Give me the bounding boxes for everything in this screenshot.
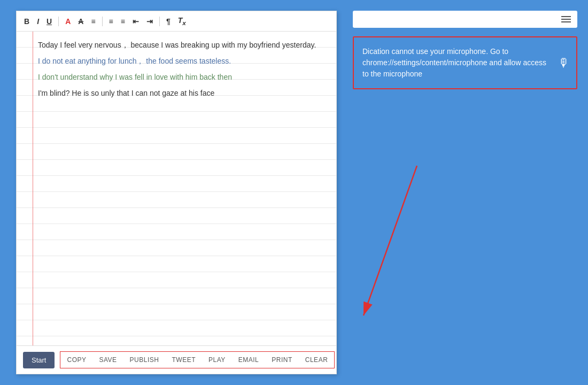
error-box: Dication cannot use your microphone. Go … <box>353 36 577 89</box>
align-button[interactable]: ≡ <box>89 17 97 26</box>
save-button[interactable]: SAVE <box>92 352 123 368</box>
paragraph-button[interactable]: ¶ <box>164 17 173 26</box>
toolbar-divider-3 <box>159 17 160 26</box>
ordered-list-button[interactable]: ≡ <box>107 17 115 26</box>
search-bar <box>353 11 577 28</box>
hamburger-line-1 <box>561 16 571 17</box>
play-button[interactable]: PLAY <box>202 352 232 368</box>
writing-area[interactable]: Today I feel very nervous， because I was… <box>17 32 336 345</box>
publish-button[interactable]: PUBLISH <box>123 352 166 368</box>
hamburger-line-2 <box>561 19 571 20</box>
strikethrough-button[interactable]: A <box>76 17 86 26</box>
action-buttons: COPY SAVE PUBLISH TWEET PLAY EMAIL PRINT… <box>60 351 335 368</box>
text-line-2: I do not eat anything for lunch， the foo… <box>38 53 331 69</box>
unordered-list-button[interactable]: ≡ <box>119 17 127 26</box>
text-line-3: I don't understand why I was fell in lov… <box>38 69 331 85</box>
bottom-bar: Start COPY SAVE PUBLISH TWEET PLAY EMAIL… <box>17 345 336 374</box>
underline-button[interactable]: U <box>44 17 54 26</box>
bold-button[interactable]: B <box>22 17 32 26</box>
font-color-button[interactable]: A <box>63 17 73 26</box>
text-line-4: I'm blind? He is so unly that I can not … <box>38 85 331 101</box>
clear-button[interactable]: CLEAR <box>299 352 335 368</box>
start-button[interactable]: Start <box>23 352 55 368</box>
hamburger-icon[interactable] <box>561 16 571 22</box>
toolbar: B I U A A ≡ ≡ ≡ ⇤ ⇥ ¶ Tx <box>17 11 336 32</box>
right-panel: Dication cannot use your microphone. Go … <box>353 11 577 89</box>
arrow-container <box>353 150 460 337</box>
toolbar-divider-1 <box>58 17 59 26</box>
tweet-button[interactable]: TWEET <box>165 352 202 368</box>
hamburger-line-3 <box>561 21 571 22</box>
svg-line-1 <box>363 166 417 315</box>
indent-left-button[interactable]: ⇤ <box>130 17 141 26</box>
email-button[interactable]: EMAIL <box>232 352 266 368</box>
indent-right-button[interactable]: ⇥ <box>144 17 155 26</box>
error-message: Dication cannot use your microphone. Go … <box>362 46 550 80</box>
microphone-icon: 🎙 <box>558 56 570 70</box>
red-margin <box>33 32 33 345</box>
copy-button[interactable]: COPY <box>60 352 92 368</box>
toolbar-divider-2 <box>102 17 103 26</box>
clear-format-button[interactable]: Tx <box>176 16 188 27</box>
search-input[interactable] <box>359 15 561 24</box>
text-line-1: Today I feel very nervous， because I was… <box>38 37 331 53</box>
arrow-svg <box>353 150 460 337</box>
print-button[interactable]: PRINT <box>265 352 299 368</box>
notebook-panel: B I U A A ≡ ≡ ≡ ⇤ ⇥ ¶ Tx Today I feel ve… <box>16 11 337 374</box>
text-content: Today I feel very nervous， because I was… <box>38 37 331 101</box>
italic-button[interactable]: I <box>35 17 41 26</box>
